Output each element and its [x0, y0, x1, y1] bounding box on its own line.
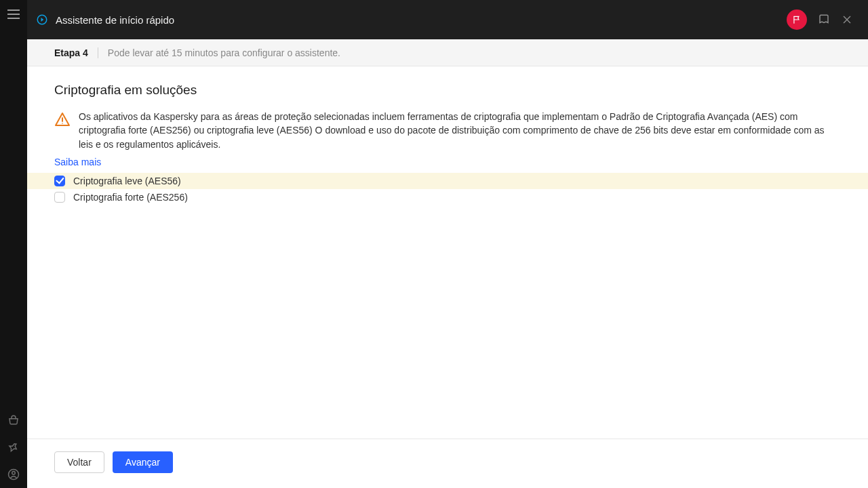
- svg-point-1: [12, 472, 16, 475]
- step-label: Etapa 4: [54, 47, 88, 58]
- marketplace-icon[interactable]: [0, 407, 27, 434]
- svg-point-3: [62, 123, 63, 124]
- sidebar: [0, 0, 27, 488]
- feedback-flag-button[interactable]: [787, 9, 807, 30]
- option-light-encryption[interactable]: Criptografia leve (AES56): [27, 173, 868, 189]
- menu-toggle-button[interactable]: [7, 9, 20, 19]
- checkbox-strong[interactable]: [54, 192, 65, 203]
- account-icon[interactable]: [0, 461, 27, 488]
- wizard-icon: [35, 13, 49, 26]
- step-description: Pode levar até 15 minutos para configura…: [108, 47, 340, 58]
- settings-icon[interactable]: [0, 434, 27, 461]
- section-title: Criptografia em soluções: [27, 66, 868, 110]
- next-button[interactable]: Avançar: [113, 451, 173, 473]
- titlebar: Assistente de início rápido: [27, 0, 868, 39]
- option-label: Criptografia forte (AES256): [73, 192, 188, 203]
- info-text: Os aplicativos da Kaspersky para as área…: [79, 110, 841, 151]
- info-row: Os aplicativos da Kaspersky para as área…: [27, 110, 868, 151]
- back-button[interactable]: Voltar: [54, 451, 104, 473]
- page-title: Assistente de início rápido: [56, 14, 174, 26]
- close-button[interactable]: [835, 8, 859, 31]
- learn-more-link[interactable]: Saiba mais: [27, 151, 128, 173]
- footer: Voltar Avançar: [27, 439, 868, 488]
- step-bar: Etapa 4 Pode levar até 15 minutos para c…: [27, 39, 868, 66]
- warning-icon: [54, 111, 72, 130]
- checkbox-light[interactable]: [54, 176, 65, 186]
- option-label: Criptografia leve (AES56): [73, 176, 181, 186]
- option-strong-encryption[interactable]: Criptografia forte (AES256): [27, 189, 868, 205]
- step-divider: [98, 47, 98, 58]
- bookmark-icon[interactable]: [812, 8, 835, 31]
